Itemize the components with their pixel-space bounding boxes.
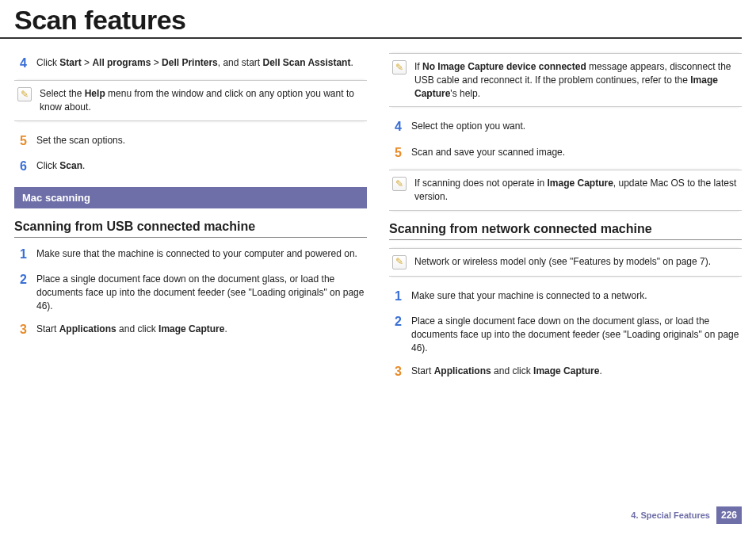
net-step-1: 1 Make sure that your machine is connect… (389, 288, 742, 305)
usb-step-2: 2 Place a single document face down on t… (14, 271, 367, 312)
step-4-right: 4 Select the option you want. (389, 118, 742, 136)
pencil-icon: ✎ (392, 177, 407, 191)
step-text: Place a single document face down on the… (411, 313, 742, 354)
t: > (82, 57, 93, 68)
step-text: Make sure that the machine is connected … (36, 246, 367, 263)
b: All programs (92, 57, 151, 68)
step-text: Start Applications and click Image Captu… (36, 321, 367, 338)
t: Click (36, 57, 59, 68)
b: Dell Scan Assistant (262, 57, 350, 68)
step-number: 6 (14, 158, 27, 175)
t: , and start (218, 57, 263, 68)
step-text: Set the scan options. (36, 132, 367, 150)
b: Applications (434, 365, 491, 376)
t: If (414, 61, 422, 72)
right-column: ✎ If No Image Capture device connected m… (389, 47, 742, 388)
b: Image Capture (547, 178, 613, 189)
note-network-only: ✎ Network or wireless model only (see "F… (389, 248, 742, 277)
step-number: 4 (389, 118, 402, 136)
t: . (599, 365, 601, 376)
usb-step-1: 1 Make sure that the machine is connecte… (14, 246, 367, 263)
b: Start (59, 57, 81, 68)
step-number: 2 (389, 313, 402, 354)
step-number: 3 (389, 363, 402, 380)
step-text: Scan and save your scanned image. (411, 144, 742, 162)
note-text: If No Image Capture device connected mes… (414, 60, 739, 100)
t: > (151, 57, 162, 68)
t: Click (36, 160, 59, 171)
t: Select the (40, 88, 85, 99)
b: Image Capture (158, 323, 224, 334)
footer-chapter: 4. Special Features (631, 510, 710, 520)
b: Help (85, 88, 105, 99)
note-text: Network or wireless model only (see "Fea… (414, 255, 711, 269)
b: Scan (59, 160, 82, 171)
pencil-icon: ✎ (17, 87, 32, 101)
step-number: 5 (389, 144, 402, 162)
note-text: Select the Help menu from the window and… (40, 87, 364, 114)
usb-step-3: 3 Start Applications and click Image Cap… (14, 321, 367, 338)
step-5-right: 5 Scan and save your scanned image. (389, 144, 742, 162)
section-mac-scanning: Mac scanning (14, 187, 367, 208)
step-4-left: 4 Click Start > All programs > Dell Prin… (14, 55, 367, 72)
t: . (224, 323, 227, 334)
page-footer: 4. Special Features 226 (631, 506, 742, 524)
step-number: 5 (14, 132, 27, 150)
step-text: Start Applications and click Image Captu… (411, 363, 742, 380)
step-text: Make sure that your machine is connected… (411, 288, 742, 305)
t: . (82, 160, 85, 171)
b: No Image Capture device connected (422, 61, 586, 72)
t: Start (411, 365, 434, 376)
note-update-macos: ✎ If scanning does not operate in Image … (389, 170, 742, 211)
step-text: Click Scan. (36, 158, 367, 175)
note-text: If scanning does not operate in Image Ca… (414, 177, 739, 204)
net-step-2: 2 Place a single document face down on t… (389, 313, 742, 354)
step-number: 1 (14, 246, 27, 263)
left-column: 4 Click Start > All programs > Dell Prin… (14, 47, 367, 388)
b: Image Capture (533, 365, 599, 376)
note-help-menu: ✎ Select the Help menu from the window a… (14, 80, 367, 121)
t: 's help. (450, 88, 480, 99)
footer-page-number: 226 (716, 506, 742, 524)
b: Dell Printers (162, 57, 218, 68)
step-number: 2 (14, 271, 27, 312)
step-number: 4 (14, 55, 27, 72)
t: Start (36, 323, 59, 334)
pencil-icon: ✎ (392, 255, 407, 269)
step-number: 3 (14, 321, 27, 338)
page-title: Scan features (0, 0, 742, 39)
t: If scanning does not operate in (414, 178, 547, 189)
note-no-image-capture: ✎ If No Image Capture device connected m… (389, 53, 742, 107)
t: . (350, 57, 353, 68)
step-text: Click Start > All programs > Dell Printe… (36, 55, 367, 72)
t: and click (116, 323, 158, 334)
step-6-left: 6 Click Scan. (14, 158, 367, 175)
b: Applications (59, 323, 116, 334)
subheading-usb: Scanning from USB connected machine (14, 220, 367, 238)
step-text: Place a single document face down on the… (36, 271, 367, 312)
t: and click (491, 365, 533, 376)
pencil-icon: ✎ (392, 60, 407, 75)
step-number: 1 (389, 288, 402, 305)
net-step-3: 3 Start Applications and click Image Cap… (389, 363, 742, 380)
step-5-left: 5 Set the scan options. (14, 132, 367, 150)
step-text: Select the option you want. (411, 118, 742, 136)
content-columns: 4 Click Start > All programs > Dell Prin… (0, 47, 756, 388)
subheading-network: Scanning from network connected machine (389, 222, 742, 240)
